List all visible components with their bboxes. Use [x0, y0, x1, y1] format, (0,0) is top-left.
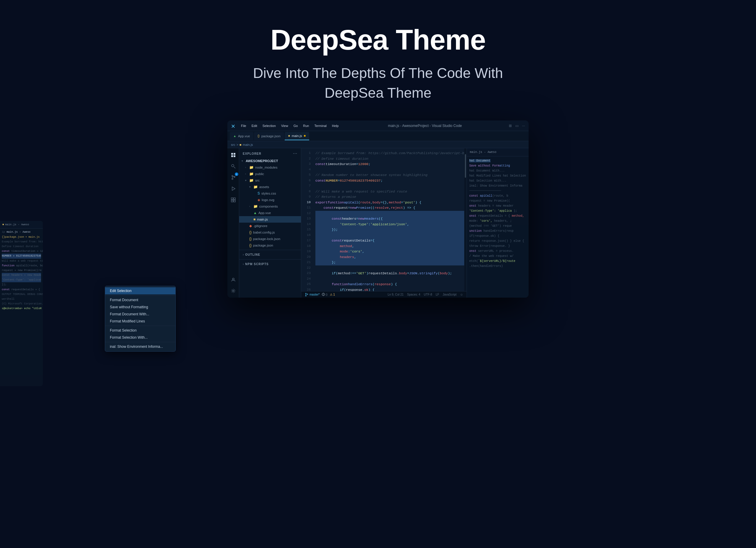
tree-package-lock[interactable]: {} package-lock.json	[239, 236, 301, 242]
status-left: master* 0 ⚠ 1	[305, 293, 335, 296]
menu-file[interactable]: File	[239, 123, 249, 128]
npm-header[interactable]: › NPM SCRIPTS	[239, 261, 301, 268]
feedback-icon[interactable]: ☺	[460, 293, 463, 296]
op: =	[338, 178, 340, 183]
json-file-icon: {}	[249, 237, 252, 241]
titlebar: ✕ File Edit Selection View Go Run Termin…	[227, 120, 529, 131]
svg-line-5	[234, 167, 235, 168]
cm-item-label: Format Selection	[110, 328, 137, 332]
icon-layout[interactable]: ▭	[515, 124, 519, 128]
le-line: ip	[2, 231, 5, 234]
le-line: OUTPUT TERMINAL DEBUG CONSOLE	[2, 293, 43, 296]
menu-selection[interactable]: Selection	[260, 123, 278, 128]
cm-format-selection[interactable]: Format Selection	[105, 327, 175, 334]
git-branch-status[interactable]: master*	[305, 293, 320, 296]
punc: ,	[370, 200, 372, 205]
menu-edit[interactable]: Edit	[249, 123, 260, 128]
tree-public[interactable]: › 📁 public	[239, 171, 301, 177]
punc: });	[332, 227, 338, 232]
code-content[interactable]: // Example borrowed from: https://github…	[313, 148, 464, 291]
encoding-info[interactable]: UTF-8	[424, 293, 432, 296]
babel-file-icon: {}	[249, 230, 252, 234]
tree-label: components	[259, 205, 278, 208]
cm-format-selection-with[interactable]: Format Selection With...	[105, 334, 175, 341]
code-line-2: // Define timeout duration	[315, 156, 464, 162]
code-line-26: if(response.ok) {	[315, 287, 464, 291]
tree-package-json[interactable]: {} package.json	[239, 242, 301, 249]
scrollbar-thumb[interactable]	[465, 154, 466, 178]
rp-line: headers,	[494, 219, 508, 223]
code-editor[interactable]: 123 456 789 1011 121314 151617 181920 21…	[301, 148, 467, 298]
warning-count[interactable]: ⚠ 1	[330, 293, 335, 296]
rp-line: hat Selection	[503, 174, 526, 177]
cm-format-document[interactable]: Format Document	[105, 296, 175, 304]
context-menu[interactable]: Edit Selection Format Document Save with…	[105, 286, 176, 352]
icon-split-editor[interactable]: ⊞	[509, 124, 512, 128]
tree-node-modules[interactable]: › 📁 node_modules	[239, 164, 301, 171]
menu-run[interactable]: Run	[301, 123, 311, 128]
cm-item-label: inal: Show Environment Informa...	[110, 345, 163, 349]
cm-save-without-formatting[interactable]: Save without Formatting	[105, 304, 175, 311]
activity-accounts[interactable]	[229, 275, 238, 284]
icon-more[interactable]: ···	[522, 124, 525, 128]
tree-styles-css[interactable]: S styles.css	[239, 190, 301, 197]
tab-package-json[interactable]: {} package.json	[254, 132, 284, 140]
scrollbar[interactable]	[464, 148, 467, 291]
le-line: 'Content-Type': 'applicat	[2, 278, 41, 282]
rp-line: Save without Formatting	[469, 164, 510, 167]
activity-explorer[interactable]	[229, 151, 238, 159]
activity-git[interactable]: 2	[229, 173, 238, 182]
explorer-more-icon[interactable]: ···	[293, 151, 297, 156]
activity-settings[interactable]	[229, 286, 238, 295]
keyword: if	[332, 271, 336, 276]
activity-extensions[interactable]	[229, 195, 238, 204]
plain	[315, 205, 324, 211]
tree-label: styles.css	[261, 192, 276, 195]
cm-format-document-with[interactable]: Format Document With...	[105, 311, 175, 318]
spaces-info[interactable]: Spaces: 4	[407, 293, 420, 296]
tree-src[interactable]: ▾ 📁 src	[239, 177, 301, 184]
cm-format-on-save[interactable]: inal: Show Environment Informa...	[105, 343, 175, 350]
svg-marker-10	[232, 187, 235, 190]
rp-line: onst headers = new Header	[469, 204, 514, 208]
comment: // Define timeout duration	[315, 156, 368, 162]
tree-label: main.js	[257, 218, 268, 221]
plain	[315, 244, 340, 249]
tab-main-js[interactable]: ■ main.js	[285, 132, 309, 140]
error-count[interactable]: 0	[322, 293, 327, 296]
le-line: function apiCall(route, bo	[2, 264, 43, 267]
rp-line: );	[514, 209, 517, 213]
rp-line: inal: Show Environment Informa	[469, 184, 522, 187]
tree-arrow-icon: ▾	[245, 179, 249, 182]
cursor-position[interactable]: Ln 9, Col 21	[388, 293, 404, 296]
tree-gitignore[interactable]: ◆ .gitignore	[239, 223, 301, 229]
activity-debug[interactable]	[229, 184, 238, 193]
tree-main-js[interactable]: ■ main.js	[239, 216, 301, 223]
punc: .	[362, 287, 364, 291]
menu-terminal[interactable]: Terminal	[312, 123, 329, 128]
cm-format-modified-lines[interactable]: Format Modified Lines	[105, 318, 175, 325]
tree-components[interactable]: › 📁 components	[239, 203, 301, 210]
menu-help[interactable]: Help	[330, 123, 341, 128]
menu-go[interactable]: Go	[291, 123, 300, 128]
cm-edit-selection[interactable]: Edit Selection	[105, 287, 175, 294]
tree-babel-config[interactable]: {} babel.config.js	[239, 229, 301, 236]
outline-header[interactable]: › OUTLINE	[239, 251, 301, 258]
punc: ;	[368, 162, 370, 167]
vscode-window: ✕ File Edit Selection View Go Run Termin…	[227, 120, 529, 298]
menu-view[interactable]: View	[279, 123, 291, 128]
punc: );	[448, 271, 452, 276]
language-info[interactable]: JavaScript	[443, 293, 457, 296]
code-area[interactable]: 123 456 789 1011 121314 151617 181920 21…	[301, 148, 467, 291]
tree-logo-svg[interactable]: ◈ logo.svg	[239, 197, 301, 203]
tab-app-vue[interactable]: ▲ App.vue	[230, 132, 253, 140]
line-ending-info[interactable]: LF	[436, 293, 439, 296]
tree-project-root[interactable]: ▾ AWESOMEPROJECT	[239, 158, 301, 164]
tree-assets[interactable]: ▾ 📁 assets	[239, 184, 301, 190]
tree-app-vue[interactable]: ▲ App.vue	[239, 210, 301, 216]
tree-label: App.vue	[258, 211, 271, 215]
plain	[315, 216, 332, 221]
num: 81274509182375409237	[340, 178, 381, 183]
code-line-14: 'Content-Type': 'application/json',	[315, 222, 464, 227]
activity-search[interactable]	[229, 162, 238, 171]
